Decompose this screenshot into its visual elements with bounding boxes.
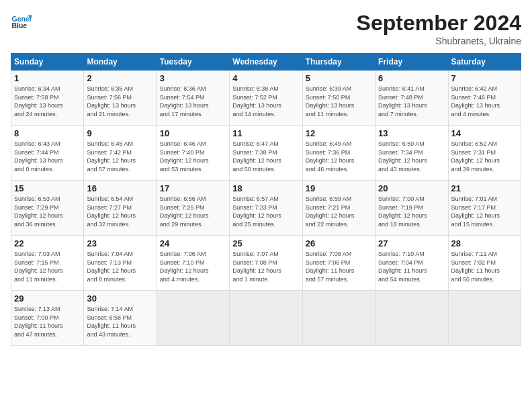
day-info: Sunrise: 7:06 AM Sunset: 7:10 PM Dayligh… xyxy=(160,250,226,283)
calendar-cell: 11Sunrise: 6:47 AM Sunset: 7:38 PM Dayli… xyxy=(230,126,302,181)
day-info: Sunrise: 6:46 AM Sunset: 7:40 PM Dayligh… xyxy=(160,140,226,173)
calendar-cell: 21Sunrise: 7:01 AM Sunset: 7:17 PM Dayli… xyxy=(448,181,521,236)
day-info: Sunrise: 6:41 AM Sunset: 7:48 PM Dayligh… xyxy=(378,85,445,118)
day-info: Sunrise: 7:13 AM Sunset: 7:00 PM Dayligh… xyxy=(14,305,81,338)
day-info: Sunrise: 6:59 AM Sunset: 7:21 PM Dayligh… xyxy=(306,195,372,228)
week-row-2: 8Sunrise: 6:43 AM Sunset: 7:44 PM Daylig… xyxy=(11,126,521,181)
calendar-cell: 23Sunrise: 7:04 AM Sunset: 7:13 PM Dayli… xyxy=(84,236,157,291)
calendar-cell: 3Sunrise: 6:36 AM Sunset: 7:54 PM Daylig… xyxy=(157,71,229,126)
day-number: 30 xyxy=(87,293,153,304)
day-number: 5 xyxy=(306,73,372,83)
day-info: Sunrise: 6:39 AM Sunset: 7:50 PM Dayligh… xyxy=(306,85,372,118)
day-number: 25 xyxy=(232,238,299,248)
day-number: 11 xyxy=(232,128,299,138)
day-number: 18 xyxy=(232,183,299,193)
day-number: 4 xyxy=(232,73,299,83)
calendar-cell: 10Sunrise: 6:46 AM Sunset: 7:40 PM Dayli… xyxy=(157,126,229,181)
day-number: 15 xyxy=(14,183,81,193)
day-number: 12 xyxy=(306,128,372,138)
calendar-cell: 25Sunrise: 7:07 AM Sunset: 7:08 PM Dayli… xyxy=(230,236,302,291)
day-number: 21 xyxy=(451,183,518,193)
day-number: 8 xyxy=(14,128,81,138)
month-title: September 2024 xyxy=(357,11,521,36)
day-info: Sunrise: 6:43 AM Sunset: 7:44 PM Dayligh… xyxy=(14,140,81,173)
day-info: Sunrise: 7:08 AM Sunset: 7:06 PM Dayligh… xyxy=(306,250,372,283)
day-number: 2 xyxy=(87,73,153,83)
day-info: Sunrise: 6:38 AM Sunset: 7:52 PM Dayligh… xyxy=(232,85,299,118)
calendar-cell xyxy=(448,291,521,346)
day-number: 1 xyxy=(14,73,81,83)
day-header-tuesday: Tuesday xyxy=(157,54,229,71)
day-info: Sunrise: 7:04 AM Sunset: 7:13 PM Dayligh… xyxy=(87,250,153,283)
header: General Blue September 2024 Shubranets, … xyxy=(11,11,521,46)
week-row-5: 29Sunrise: 7:13 AM Sunset: 7:00 PM Dayli… xyxy=(11,291,521,346)
day-number: 26 xyxy=(306,238,372,248)
day-number: 23 xyxy=(87,238,153,248)
day-header-thursday: Thursday xyxy=(302,54,375,71)
day-info: Sunrise: 6:35 AM Sunset: 7:56 PM Dayligh… xyxy=(87,85,153,118)
week-row-3: 15Sunrise: 6:53 AM Sunset: 7:29 PM Dayli… xyxy=(11,181,521,236)
day-header-saturday: Saturday xyxy=(448,54,521,71)
calendar-cell: 16Sunrise: 6:54 AM Sunset: 7:27 PM Dayli… xyxy=(84,181,157,236)
day-info: Sunrise: 6:36 AM Sunset: 7:54 PM Dayligh… xyxy=(160,85,226,118)
day-info: Sunrise: 6:57 AM Sunset: 7:23 PM Dayligh… xyxy=(232,195,299,228)
calendar-cell xyxy=(157,291,229,346)
calendar-table: SundayMondayTuesdayWednesdayThursdayFrid… xyxy=(11,53,521,346)
svg-text:Blue: Blue xyxy=(12,22,28,30)
calendar-cell: 29Sunrise: 7:13 AM Sunset: 7:00 PM Dayli… xyxy=(11,291,84,346)
calendar-cell: 18Sunrise: 6:57 AM Sunset: 7:23 PM Dayli… xyxy=(230,181,302,236)
logo: General Blue xyxy=(11,11,32,32)
day-header-monday: Monday xyxy=(84,54,157,71)
calendar-container: General Blue September 2024 Shubranets, … xyxy=(0,0,532,351)
day-number: 20 xyxy=(378,183,445,193)
day-info: Sunrise: 7:00 AM Sunset: 7:19 PM Dayligh… xyxy=(378,195,445,228)
day-info: Sunrise: 7:03 AM Sunset: 7:15 PM Dayligh… xyxy=(14,250,81,283)
day-number: 6 xyxy=(378,73,445,83)
day-header-wednesday: Wednesday xyxy=(230,54,302,71)
day-info: Sunrise: 7:07 AM Sunset: 7:08 PM Dayligh… xyxy=(232,250,299,283)
logo-icon: General Blue xyxy=(11,11,32,32)
calendar-cell: 15Sunrise: 6:53 AM Sunset: 7:29 PM Dayli… xyxy=(11,181,84,236)
day-info: Sunrise: 6:45 AM Sunset: 7:42 PM Dayligh… xyxy=(87,140,153,173)
day-number: 13 xyxy=(378,128,445,138)
day-number: 14 xyxy=(451,128,518,138)
day-info: Sunrise: 6:52 AM Sunset: 7:31 PM Dayligh… xyxy=(451,140,518,173)
calendar-cell: 24Sunrise: 7:06 AM Sunset: 7:10 PM Dayli… xyxy=(157,236,229,291)
day-info: Sunrise: 6:50 AM Sunset: 7:34 PM Dayligh… xyxy=(378,140,445,173)
day-number: 16 xyxy=(87,183,153,193)
calendar-cell: 13Sunrise: 6:50 AM Sunset: 7:34 PM Dayli… xyxy=(375,126,448,181)
week-row-4: 22Sunrise: 7:03 AM Sunset: 7:15 PM Dayli… xyxy=(11,236,521,291)
calendar-cell: 2Sunrise: 6:35 AM Sunset: 7:56 PM Daylig… xyxy=(84,71,157,126)
day-number: 28 xyxy=(451,238,518,248)
day-info: Sunrise: 7:11 AM Sunset: 7:02 PM Dayligh… xyxy=(451,250,518,283)
day-number: 24 xyxy=(160,238,226,248)
calendar-cell: 1Sunrise: 6:34 AM Sunset: 7:58 PM Daylig… xyxy=(11,71,84,126)
day-info: Sunrise: 6:49 AM Sunset: 7:36 PM Dayligh… xyxy=(306,140,372,173)
day-info: Sunrise: 6:54 AM Sunset: 7:27 PM Dayligh… xyxy=(87,195,153,228)
calendar-cell xyxy=(375,291,448,346)
day-info: Sunrise: 7:14 AM Sunset: 6:58 PM Dayligh… xyxy=(87,305,153,338)
calendar-cell: 6Sunrise: 6:41 AM Sunset: 7:48 PM Daylig… xyxy=(375,71,448,126)
day-number: 22 xyxy=(14,238,81,248)
day-info: Sunrise: 7:10 AM Sunset: 7:04 PM Dayligh… xyxy=(378,250,445,283)
day-number: 19 xyxy=(306,183,372,193)
day-number: 27 xyxy=(378,238,445,248)
day-info: Sunrise: 7:01 AM Sunset: 7:17 PM Dayligh… xyxy=(451,195,518,228)
calendar-cell: 14Sunrise: 6:52 AM Sunset: 7:31 PM Dayli… xyxy=(448,126,521,181)
day-header-sunday: Sunday xyxy=(11,54,84,71)
calendar-cell: 19Sunrise: 6:59 AM Sunset: 7:21 PM Dayli… xyxy=(302,181,375,236)
day-number: 10 xyxy=(160,128,226,138)
day-info: Sunrise: 6:42 AM Sunset: 7:46 PM Dayligh… xyxy=(451,85,518,118)
location-subtitle: Shubranets, Ukraine xyxy=(357,36,521,46)
calendar-cell: 8Sunrise: 6:43 AM Sunset: 7:44 PM Daylig… xyxy=(11,126,84,181)
calendar-cell: 9Sunrise: 6:45 AM Sunset: 7:42 PM Daylig… xyxy=(84,126,157,181)
day-info: Sunrise: 6:34 AM Sunset: 7:58 PM Dayligh… xyxy=(14,85,81,118)
calendar-cell: 4Sunrise: 6:38 AM Sunset: 7:52 PM Daylig… xyxy=(230,71,302,126)
day-number: 9 xyxy=(87,128,153,138)
day-number: 3 xyxy=(160,73,226,83)
days-header-row: SundayMondayTuesdayWednesdayThursdayFrid… xyxy=(11,54,521,71)
day-number: 7 xyxy=(451,73,518,83)
calendar-cell: 17Sunrise: 6:56 AM Sunset: 7:25 PM Dayli… xyxy=(157,181,229,236)
calendar-cell: 7Sunrise: 6:42 AM Sunset: 7:46 PM Daylig… xyxy=(448,71,521,126)
day-number: 17 xyxy=(160,183,226,193)
